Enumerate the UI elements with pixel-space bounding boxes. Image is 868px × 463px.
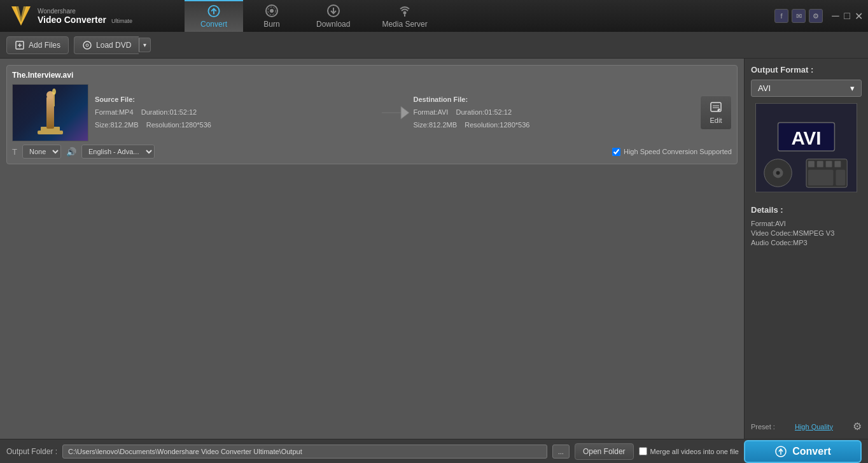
add-files-icon [15,40,25,50]
high-speed-label[interactable]: High Speed Conversion Supported [612,148,732,156]
dest-format: Format:AVI Duration:01:52:12 [414,106,694,119]
format-selector-dropdown[interactable]: AVI ▾ [751,80,862,97]
svg-rect-36 [836,170,845,186]
convert-nav-icon [207,4,221,18]
output-folder-input[interactable] [62,445,547,459]
bottom-bar: Output Folder : ... Open Folder Merge al… [0,439,868,463]
destination-info: Destination File: Format:AVI Duration:01… [414,94,694,131]
tab-media-server-label: Media Server [382,20,427,29]
source-info: Source File: Format:MP4 Duration:01:52:1… [95,94,375,131]
audio-prefix-icon: 🔊 [66,147,76,157]
tab-convert-label: Convert [200,20,227,29]
file-info: Source File: Format:MP4 Duration:01:52:1… [95,94,694,131]
preset-row: Preset : High Quality ⚙ [751,414,862,432]
format-preview-svg: AVI [756,103,857,192]
file-item-body: Source File: Format:MP4 Duration:01:52:1… [12,84,732,141]
svg-rect-35 [808,170,834,186]
subtitle-prefix-icon: T [12,147,17,157]
svg-point-13 [83,41,91,49]
download-nav-icon [326,4,340,18]
convert-button-label: Convert [792,446,830,457]
svg-text:AVI: AVI [791,127,821,148]
preset-label: Preset : [751,423,775,431]
tab-burn[interactable]: Burn [243,0,300,32]
file-item-footer: T None 🔊 English - Adva... High Speed Co… [12,145,732,159]
window-controls: ─ □ ✕ [826,0,868,32]
brand-name: Wondershare [38,8,132,15]
tab-download-label: Download [316,20,350,29]
svg-rect-33 [826,161,832,167]
svg-rect-17 [46,97,54,129]
thumbnail-artwork [31,87,69,138]
message-icon[interactable]: ✉ [792,9,806,23]
svg-point-20 [52,89,56,95]
format-preview: AVI [755,103,857,192]
svg-rect-31 [808,161,815,167]
toolbar: Add Files Load DVD ▾ [0,32,868,59]
edit-button[interactable]: Edit [700,96,732,130]
detail-video-codec: Video Codec:MSMPEG V3 [751,229,862,237]
file-title: The.Interview.avi [12,71,732,80]
load-dvd-dropdown-button[interactable]: ▾ [139,38,151,52]
nav-tabs: Convert Burn Download [185,0,771,32]
load-dvd-icon [82,40,92,50]
thumbnail-bg [13,84,88,141]
output-folder-label: Output Folder : [6,447,57,456]
tab-download[interactable]: Download [300,0,366,32]
media-server-nav-icon [398,4,412,18]
tab-media-server[interactable]: Media Server [366,0,443,32]
logo-area: Wondershare Video Converter Ultimate [0,0,185,32]
maximize-button[interactable]: □ [843,11,851,20]
audio-track-select[interactable]: English - Adva... [81,145,155,159]
burn-nav-icon [265,4,279,18]
edit-label: Edit [710,117,722,124]
file-thumbnail [12,84,88,141]
edition-label: Ultimate [111,18,132,24]
titlebar: Wondershare Video Converter Ultimate Con… [0,0,868,32]
format-selector-value: AVI [758,83,771,93]
product-name: Video Converter [38,15,106,25]
tab-convert[interactable]: Convert [185,0,243,32]
tab-burn-label: Burn [263,20,279,29]
svg-rect-34 [834,161,841,167]
svg-point-5 [270,9,274,13]
file-item: The.Interview.avi [6,65,738,164]
edit-icon [710,101,722,114]
source-label: Source File: [95,94,375,106]
high-speed-checkbox[interactable] [612,148,620,156]
detail-audio-codec: Audio Codec:MP3 [751,239,862,246]
merge-checkbox[interactable] [639,447,647,455]
merge-check-label[interactable]: Merge all videos into one file [639,447,739,455]
convert-button-icon [774,445,787,458]
social-area: f ✉ ⚙ [771,0,826,32]
settings-gear-icon[interactable]: ⚙ [853,420,862,432]
right-panel: Output Format : AVI ▾ AVI [744,59,868,439]
preset-value-link[interactable]: High Quality [795,423,833,431]
svg-point-8 [403,11,407,14]
browse-button[interactable]: ... [552,445,570,459]
source-size: Size:812.2MB Resolution:1280*536 [95,119,375,132]
load-dvd-label: Load DVD [96,41,131,50]
main-layout: The.Interview.avi [0,59,868,439]
add-files-button[interactable]: Add Files [6,36,69,54]
app-logo-icon [10,4,32,27]
format-dropdown-arrow-icon: ▾ [850,83,855,93]
open-folder-button[interactable]: Open Folder [575,443,634,460]
conversion-arrow-icon [375,100,414,125]
load-dvd-button[interactable]: Load DVD [74,36,139,54]
dest-label: Destination File: [414,94,694,106]
close-button[interactable]: ✕ [854,11,863,20]
load-dvd-split-button: Load DVD ▾ [74,36,151,54]
arrow-svg [379,100,410,125]
svg-point-29 [776,171,780,175]
svg-point-14 [86,44,88,46]
subtitle-select[interactable]: None [22,145,61,159]
minimize-button[interactable]: ─ [831,11,840,20]
svg-rect-32 [817,161,823,167]
details-heading: Details : [751,205,862,215]
convert-button[interactable]: Convert [744,440,862,463]
app-settings-icon[interactable]: ⚙ [809,9,823,23]
detail-format: Format:AVI [751,220,862,227]
facebook-icon[interactable]: f [774,9,788,23]
merge-label-text: Merge all videos into one file [650,448,739,455]
